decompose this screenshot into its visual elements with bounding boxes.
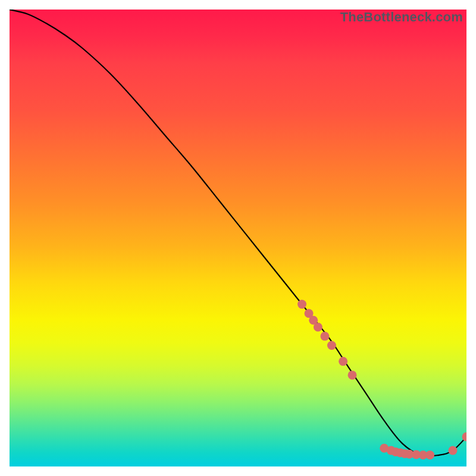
data-marker [448, 446, 457, 455]
data-marker [425, 450, 434, 459]
data-marker [298, 300, 306, 309]
plot-area: TheBottleneck.com [10, 10, 466, 466]
data-marker [400, 449, 409, 458]
curve-path-group [10, 10, 466, 456]
data-marker [412, 450, 421, 459]
data-marker [314, 322, 322, 331]
marker-layer [298, 300, 466, 459]
chart-svg [10, 10, 466, 466]
chart-container: TheBottleneck.com [0, 0, 476, 476]
data-marker [320, 332, 329, 341]
data-marker [380, 444, 389, 453]
data-marker [309, 316, 318, 325]
data-marker [462, 433, 467, 441]
data-marker [396, 448, 405, 457]
data-marker [391, 447, 400, 456]
curve-path [10, 10, 466, 456]
data-marker [327, 341, 336, 350]
watermark-text: TheBottleneck.com [10, 10, 466, 25]
data-marker [387, 446, 396, 455]
data-marker [339, 357, 347, 366]
data-marker [305, 309, 314, 318]
data-marker [419, 450, 428, 459]
data-marker [348, 371, 357, 380]
data-marker [405, 450, 414, 459]
